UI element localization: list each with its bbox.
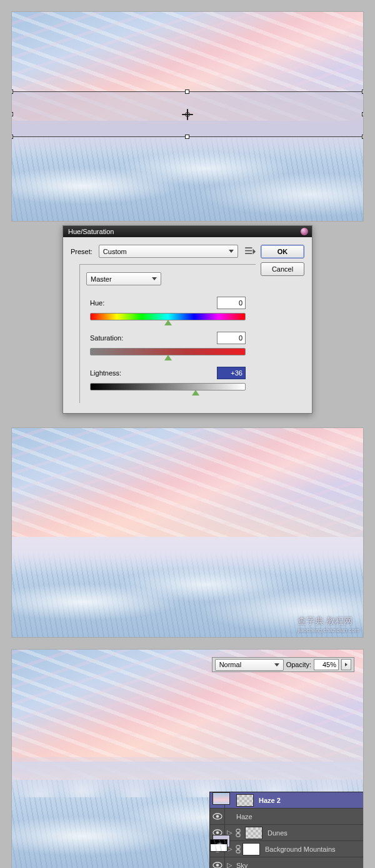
transform-handle-tl[interactable] — [11, 89, 13, 94]
hue-label: Hue: — [90, 299, 104, 307]
lightness-input[interactable] — [217, 367, 246, 379]
canvas-preview-1 — [11, 11, 364, 222]
transform-handle-br[interactable] — [362, 135, 364, 139]
layer-row[interactable]: ▷Background Mountains — [210, 841, 363, 857]
layer-thumbnail[interactable] — [236, 794, 254, 807]
visibility-eye-icon[interactable] — [210, 809, 225, 824]
svg-rect-0 — [245, 247, 252, 248]
opacity-input[interactable] — [314, 659, 339, 670]
layer-options-bar: Normal Opacity: — [212, 657, 354, 672]
layer-name[interactable]: Sky — [234, 862, 359, 869]
lightness-slider[interactable] — [90, 383, 246, 391]
transform-handle-tr[interactable] — [362, 89, 364, 94]
cancel-button[interactable]: Cancel — [261, 262, 304, 276]
channel-value: Master — [91, 275, 112, 283]
chevron-down-icon — [229, 250, 234, 253]
blend-mode-dropdown[interactable]: Normal — [215, 659, 284, 671]
layer-row[interactable]: ▷Sky — [210, 857, 363, 868]
preset-value: Custom — [103, 248, 127, 255]
disclosure-triangle-icon[interactable]: ▷ — [225, 861, 234, 868]
layer-row[interactable]: ▷Dunes — [210, 825, 363, 841]
canvas-preview-2: 查字典 教程网 jiaocheng.chazidian.com — [11, 427, 364, 638]
lightness-label: Lightness: — [90, 369, 121, 377]
mask-link-icon[interactable] — [234, 829, 242, 837]
layer-name[interactable]: Haze 2 — [256, 797, 359, 804]
preset-menu-icon[interactable] — [244, 246, 256, 257]
svg-point-6 — [216, 815, 219, 818]
canvas-preview-3: Normal Opacity: 查字典 教程网 jiaocheng.chazid… — [11, 649, 364, 868]
visibility-eye-icon[interactable] — [210, 857, 225, 868]
haze-band-light — [12, 537, 363, 574]
saturation-input[interactable] — [217, 332, 246, 344]
dialog-titlebar[interactable]: Hue/Saturation — [63, 226, 312, 237]
layer-thumbnail[interactable] — [212, 792, 230, 805]
preset-dropdown[interactable]: Custom — [99, 245, 238, 258]
svg-rect-1 — [245, 250, 252, 251]
svg-rect-11 — [238, 832, 239, 834]
dialog-title: Hue/Saturation — [68, 228, 114, 235]
mask-link-icon[interactable] — [234, 845, 242, 854]
transform-handle-mt[interactable] — [185, 89, 189, 94]
chevron-down-icon — [274, 663, 279, 666]
svg-rect-16 — [238, 848, 239, 850]
close-icon[interactable] — [301, 228, 308, 235]
chevron-down-icon — [152, 277, 157, 280]
hue-slider[interactable] — [90, 313, 246, 320]
lightness-slider-thumb[interactable] — [192, 390, 199, 396]
hue-slider-thumb[interactable] — [164, 320, 172, 325]
layer-row[interactable]: ▷Haze 2 — [210, 792, 363, 809]
triangle-right-icon — [345, 663, 348, 666]
layer-name[interactable]: Background Mountains — [262, 845, 359, 853]
layer-row[interactable]: ▷Haze — [210, 809, 363, 825]
transform-handle-bl[interactable] — [11, 135, 13, 139]
layer-thumbnail[interactable] — [245, 827, 262, 839]
layer-name[interactable]: Dunes — [265, 829, 359, 837]
preset-label: Preset: — [71, 248, 92, 255]
saturation-label: Saturation: — [90, 334, 123, 342]
transform-handle-mr[interactable] — [362, 112, 364, 116]
channel-dropdown[interactable]: Master — [86, 272, 161, 285]
hue-input[interactable] — [217, 297, 246, 309]
svg-point-18 — [216, 864, 219, 867]
svg-point-8 — [216, 831, 219, 834]
transform-center-icon[interactable] — [182, 109, 193, 120]
transform-handle-ml[interactable] — [11, 112, 13, 116]
transform-bounds[interactable] — [11, 91, 364, 137]
saturation-slider[interactable] — [90, 348, 246, 355]
ok-button[interactable]: OK — [261, 245, 304, 258]
hue-saturation-dialog: Hue/Saturation Preset: Custom Mas — [62, 225, 312, 414]
layers-panel: ▷Haze 2▷Haze▷Dunes▷Background Mountains▷… — [209, 792, 363, 868]
opacity-flyout-button[interactable] — [341, 659, 351, 670]
opacity-label: Opacity: — [286, 661, 311, 668]
blend-mode-value: Normal — [219, 661, 241, 668]
svg-rect-2 — [245, 253, 252, 254]
layer-mask-thumbnail[interactable] — [242, 843, 260, 855]
saturation-slider-thumb[interactable] — [164, 355, 172, 360]
layer-name[interactable]: Haze — [234, 813, 359, 820]
layer-mask-thumbnail[interactable] — [210, 839, 228, 852]
transform-handle-mb[interactable] — [185, 135, 189, 139]
clouds-texture — [12, 428, 363, 549]
